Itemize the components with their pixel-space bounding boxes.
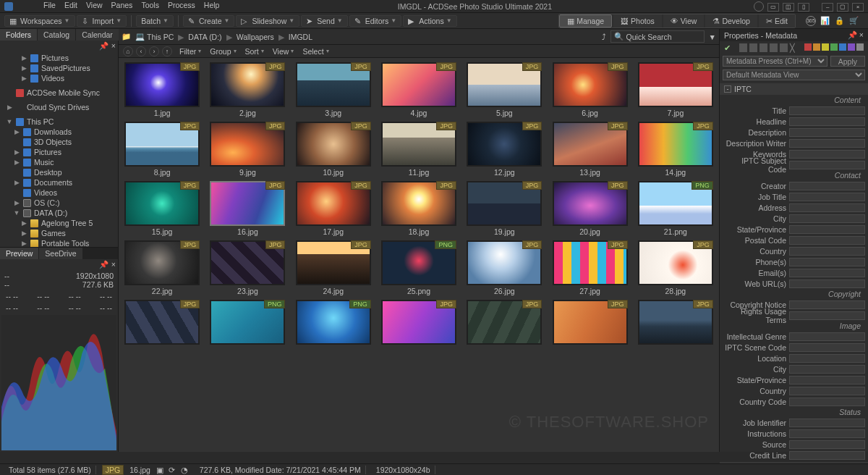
menu-tools[interactable]: Tools <box>141 1 159 12</box>
user-icon[interactable] <box>754 1 764 12</box>
metadata-input[interactable] <box>789 376 865 384</box>
rating-5[interactable] <box>780 43 788 52</box>
thumbnail[interactable]: JPG <box>378 300 459 346</box>
filter-button[interactable]: Filter ▾ <box>179 47 201 56</box>
metadata-input[interactable] <box>789 225 865 234</box>
thumbnail[interactable]: JPG <box>549 300 630 346</box>
metadata-input[interactable] <box>789 398 865 406</box>
import-button[interactable]: ⇩Import▼ <box>77 15 127 27</box>
select-button[interactable]: Select ▾ <box>302 47 328 56</box>
thumbnail[interactable]: JPG16.jpg <box>207 181 288 236</box>
sort-button[interactable]: Sort ▾ <box>245 47 264 56</box>
color-label[interactable] <box>822 43 829 51</box>
metadata-input[interactable] <box>789 279 865 288</box>
metadata-input[interactable] <box>789 300 865 309</box>
layout2-button[interactable]: ◫ <box>783 3 794 12</box>
metadata-input[interactable] <box>789 440 865 449</box>
mode-edit[interactable]: ✂Edit <box>759 14 795 28</box>
tree-item[interactable]: ▶Games <box>0 228 118 238</box>
metadata-input[interactable] <box>789 269 865 277</box>
thumbnail[interactable]: JPG15.jpg <box>122 181 203 236</box>
thumbnail[interactable]: JPG <box>464 300 545 346</box>
tree-item[interactable]: ▼This PC <box>0 117 118 127</box>
thumbnail[interactable]: JPG19.jpg <box>464 181 545 236</box>
thumbnail[interactable]: JPG13.jpg <box>549 122 630 177</box>
thumbnail[interactable]: JPG18.jpg <box>378 181 459 236</box>
thumbnail[interactable]: JPG6.jpg <box>549 62 630 117</box>
thumbnail[interactable]: JPG10.jpg <box>293 122 374 177</box>
color-label[interactable] <box>839 43 846 51</box>
thumbnail[interactable]: PNG <box>207 300 288 346</box>
tree-item[interactable]: Desktop <box>0 167 118 177</box>
color-label[interactable] <box>813 43 820 51</box>
tree-item[interactable]: ▼DATA (D:) <box>0 208 118 218</box>
metadata-input[interactable] <box>789 332 865 341</box>
close-icon[interactable]: × <box>111 260 116 269</box>
tree-item[interactable]: Videos <box>0 188 118 198</box>
thumbnail[interactable]: PNG21.png <box>635 181 716 236</box>
metadata-input[interactable] <box>789 203 865 212</box>
apply-button[interactable]: Apply <box>830 56 865 67</box>
tab-catalog[interactable]: Catalog <box>38 29 75 41</box>
tree-item[interactable]: ▶SavedPictures <box>0 63 118 73</box>
layout1-button[interactable]: ▭ <box>767 3 779 12</box>
color-labels[interactable] <box>804 43 864 52</box>
mode-manage[interactable]: ▦Manage <box>559 14 612 28</box>
menu-process[interactable]: Process <box>168 1 195 12</box>
back-icon[interactable]: ‹ <box>136 46 146 56</box>
thumbnail[interactable]: JPG4.jpg <box>378 62 459 117</box>
crumb[interactable]: DATA (D:) <box>188 33 221 41</box>
tree-item[interactable]: ACDSee Mobile Sync <box>0 88 118 98</box>
crop-icon[interactable]: ▣ <box>156 466 165 474</box>
thumbnail[interactable]: JPG2.jpg <box>207 62 288 117</box>
thumbnail[interactable]: JPG14.jpg <box>635 122 716 177</box>
metadata-input[interactable] <box>789 117 865 126</box>
thumbnail[interactable]: JPG20.jpg <box>549 181 630 236</box>
color-label[interactable] <box>830 43 838 51</box>
home-icon[interactable]: ⌂ <box>123 46 133 56</box>
mode-develop[interactable]: ⚗Develop <box>705 14 757 28</box>
tree-item[interactable]: ▶Videos <box>0 73 118 83</box>
thumbnail[interactable]: JPG3.jpg <box>293 62 374 117</box>
layout3-button[interactable]: ▯ <box>798 3 809 12</box>
cart-icon[interactable]: 🛒 <box>849 16 859 26</box>
check-icon[interactable]: ✔ <box>724 43 731 52</box>
menu-view[interactable]: View <box>86 1 103 12</box>
metadata-input[interactable] <box>789 106 865 115</box>
rating-clear[interactable]: ╳ <box>790 43 798 52</box>
thumbnail[interactable]: JPG17.jpg <box>293 181 374 236</box>
thumbnail[interactable]: JPG1.jpg <box>122 62 203 117</box>
metadata-preset-select[interactable]: Metadata Presets (Ctrl+M) <box>723 56 827 67</box>
bars-icon[interactable]: 📊 <box>820 16 830 26</box>
tab-folders[interactable]: Folders <box>0 29 37 41</box>
thumbnail[interactable]: JPG23.jpg <box>207 240 288 295</box>
tree-item[interactable]: ▶Documents <box>0 177 118 188</box>
rating-4[interactable] <box>770 43 778 52</box>
thumbnail[interactable]: JPG7.jpg <box>635 62 716 117</box>
close-icon[interactable]: × <box>111 41 116 51</box>
rotate-icon[interactable]: ⟳ <box>169 466 177 474</box>
tab-calendar[interactable]: Calendar <box>76 29 119 41</box>
metadata-input[interactable] <box>789 365 865 374</box>
pin-icon[interactable]: 📌 <box>848 30 857 39</box>
up-folder-icon[interactable]: ↑ <box>162 46 172 56</box>
view-button[interactable]: View ▾ <box>273 47 294 56</box>
pin-icon[interactable]: 📌 <box>99 41 109 51</box>
metadata-input[interactable] <box>789 236 865 245</box>
thumbnail[interactable]: PNG25.png <box>378 240 459 295</box>
metadata-input[interactable] <box>789 343 865 352</box>
metadata-input[interactable] <box>789 193 865 201</box>
forward-icon[interactable]: › <box>149 46 159 56</box>
slideshow-button[interactable]: ▷Slideshow▼ <box>236 15 299 27</box>
pin-icon[interactable]: 📌 <box>99 260 109 269</box>
thumbnail[interactable]: JPG22.jpg <box>122 240 203 295</box>
send-button[interactable]: ➤Send▼ <box>301 15 347 27</box>
thumbnail[interactable]: JPG <box>635 300 716 346</box>
tree-item[interactable]: ▶Agelong Tree 5 <box>0 218 118 228</box>
tree-item[interactable]: 3D Objects <box>0 137 118 147</box>
tree-item[interactable]: ▶Pictures <box>0 53 118 63</box>
metadata-input[interactable] <box>789 128 865 137</box>
thumbnail[interactable]: JPG11.jpg <box>378 122 459 177</box>
folder-icon[interactable]: 📁 <box>122 32 131 41</box>
editors-button[interactable]: ✎Editors▼ <box>349 15 402 27</box>
